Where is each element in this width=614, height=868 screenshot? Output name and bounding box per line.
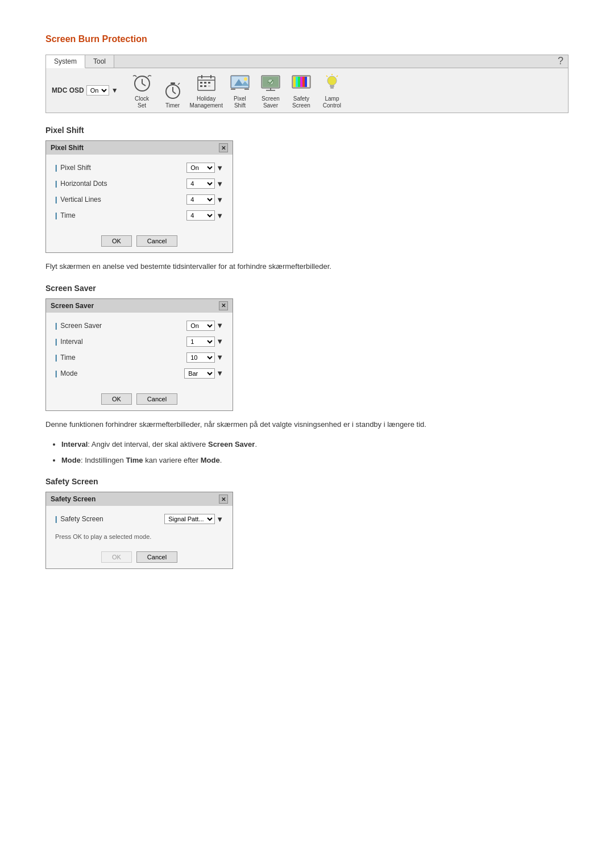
- svg-rect-32: [293, 77, 296, 87]
- pixel-shift-icon: [229, 72, 251, 94]
- pixel-shift-select-0[interactable]: OnOff: [186, 163, 215, 173]
- screen-saver-label-0: | Screen Saver: [55, 322, 102, 330]
- svg-line-5: [173, 92, 176, 94]
- svg-rect-14: [208, 82, 210, 84]
- help-icon[interactable]: ?: [558, 55, 568, 68]
- pixel-shift-control-3: 4123 ▼: [186, 210, 223, 221]
- pixel-shift-control-0: OnOff ▼: [186, 163, 223, 173]
- toolbar-item-safety-screen[interactable]: SafetyScreen: [288, 72, 315, 109]
- pixel-shift-select-3[interactable]: 4123: [186, 210, 215, 221]
- bullet-interval: Interval: Angiv det interval, der skal a…: [61, 439, 569, 450]
- screen-saver-cancel-button[interactable]: Cancel: [136, 393, 177, 405]
- screen-saver-label-3: | Mode: [55, 369, 77, 377]
- safety-screen-note: Press OK to play a selected mode.: [55, 530, 223, 542]
- screen-saver-bold: Screen Saver: [208, 440, 255, 448]
- screen-saver-close-button[interactable]: ✕: [219, 301, 228, 310]
- screen-saver-footer: OK Cancel: [46, 390, 233, 410]
- pixel-shift-row-1: | Horizontal Dots 4123 ▼: [55, 178, 223, 189]
- toolbar-item-holiday[interactable]: HolidayManagement: [190, 72, 223, 109]
- pixel-shift-ok-button[interactable]: OK: [101, 235, 132, 247]
- safety-screen-title: Safety Screen: [51, 495, 96, 503]
- svg-point-22: [244, 77, 247, 81]
- pixel-shift-footer: OK Cancel: [46, 232, 233, 252]
- svg-rect-34: [298, 77, 300, 87]
- pixel-shift-row-3: | Time 4123 ▼: [55, 210, 223, 221]
- toolbar-item-screen-saver[interactable]: ScreenSaver: [257, 72, 284, 109]
- mdc-osd-select[interactable]: On Off: [86, 85, 109, 95]
- safety-screen-label-0: | Safety Screen: [55, 515, 103, 523]
- screen-saver-description: Denne funktionen forhindrer skærmefterbi…: [45, 419, 569, 430]
- screen-saver-select-0[interactable]: OnOff: [186, 321, 215, 331]
- svg-rect-12: [200, 82, 202, 84]
- timer-icon: [161, 78, 184, 101]
- pixel-shift-label-0: | Pixel Shift: [55, 164, 91, 172]
- pixel-shift-control-1: 4123 ▼: [186, 178, 223, 189]
- svg-rect-6: [171, 82, 175, 84]
- screen-saver-heading: Screen Saver: [45, 284, 569, 293]
- timer-label: Timer: [165, 102, 180, 109]
- svg-rect-36: [302, 77, 305, 87]
- pixel-shift-select-1[interactable]: 4123: [186, 178, 215, 189]
- screen-saver-select-2[interactable]: 10515: [186, 352, 215, 363]
- lamp-control-label: LampControl: [323, 95, 341, 109]
- toolbar-item-pixel-shift[interactable]: PixelShift: [226, 72, 254, 109]
- svg-line-44: [326, 76, 327, 77]
- safety-screen-titlebar: Safety Screen ✕: [46, 492, 233, 506]
- safety-screen-close-button[interactable]: ✕: [219, 495, 228, 504]
- pixel-shift-label: PixelShift: [234, 95, 246, 109]
- pixel-shift-row-2: | Vertical Lines 4123 ▼: [55, 194, 223, 205]
- bullet-interval-term: Interval: [61, 440, 88, 448]
- screen-saver-select-3[interactable]: BarScrollPixel: [184, 368, 215, 379]
- screen-saver-ok-button[interactable]: OK: [101, 393, 132, 405]
- svg-line-2: [142, 84, 146, 86]
- svg-rect-17: [208, 85, 210, 87]
- pixel-shift-row-0: | Pixel Shift OnOff ▼: [55, 163, 223, 173]
- svg-rect-37: [305, 77, 307, 87]
- pixel-shift-label-3: | Time: [55, 211, 76, 219]
- screen-saver-row-3: | Mode BarScrollPixel ▼: [55, 368, 223, 379]
- svg-line-7: [178, 83, 180, 85]
- toolbar-item-lamp-control[interactable]: LampControl: [318, 72, 346, 109]
- svg-rect-15: [200, 85, 202, 87]
- screen-saver-control-0: OnOff ▼: [186, 321, 223, 331]
- svg-rect-41: [330, 87, 334, 89]
- mdc-osd-control: MDC OSD On Off ▼: [52, 85, 118, 95]
- screen-saver-label: ScreenSaver: [262, 95, 280, 109]
- pixel-shift-description: Flyt skærmen en anelse ved bestemte tids…: [45, 261, 569, 272]
- pixel-shift-select-2[interactable]: 4123: [186, 194, 215, 205]
- safety-screen-ok-button[interactable]: OK: [101, 551, 132, 563]
- pixel-shift-dialog: Pixel Shift ✕ | Pixel Shift OnOff ▼ | Ho…: [45, 140, 233, 253]
- pixel-shift-heading: Pixel Shift: [45, 126, 569, 135]
- screen-saver-select-1[interactable]: 123: [186, 337, 215, 347]
- safety-screen-cancel-button[interactable]: Cancel: [136, 551, 177, 563]
- clock-icon: [131, 72, 154, 94]
- pixel-shift-close-button[interactable]: ✕: [219, 143, 228, 152]
- toolbar-body: MDC OSD On Off ▼ ClockSet: [46, 68, 568, 113]
- tab-system[interactable]: System: [46, 55, 85, 68]
- pixel-shift-cancel-button[interactable]: Cancel: [136, 235, 177, 247]
- pixel-shift-label-1: | Horizontal Dots: [55, 180, 107, 188]
- screen-saver-titlebar: Screen Saver ✕: [46, 299, 233, 313]
- screen-saver-bullets: Interval: Angiv det interval, der skal a…: [61, 439, 569, 466]
- mdc-osd-label: MDC OSD: [52, 86, 84, 94]
- toolbar-item-timer[interactable]: Timer: [159, 78, 186, 109]
- safety-screen-heading: Safety Screen: [45, 477, 569, 486]
- toolbar: System Tool ? MDC OSD On Off ▼: [45, 55, 569, 113]
- tab-tool[interactable]: Tool: [85, 55, 114, 68]
- svg-point-39: [327, 76, 337, 85]
- time-bold: Time: [126, 456, 143, 464]
- svg-rect-13: [204, 82, 206, 84]
- toolbar-item-clock-set[interactable]: ClockSet: [128, 72, 156, 109]
- svg-line-43: [337, 76, 338, 77]
- pixel-shift-titlebar: Pixel Shift ✕: [46, 141, 233, 155]
- svg-rect-16: [204, 85, 206, 87]
- safety-screen-label: SafetyScreen: [292, 95, 310, 109]
- safety-screen-dialog: Safety Screen ✕ | Safety Screen Signal P…: [45, 492, 233, 569]
- screen-saver-label-2: | Time: [55, 354, 76, 362]
- toolbar-items: ClockSet Timer: [128, 72, 346, 109]
- bullet-mode: Mode: Indstillingen Time kan variere eft…: [61, 455, 569, 466]
- screen-saver-row-0: | Screen Saver OnOff ▼: [55, 321, 223, 331]
- safety-screen-select-0[interactable]: Signal Patt... All White Scroll: [164, 514, 215, 524]
- screen-saver-row-1: | Interval 123 ▼: [55, 337, 223, 347]
- screen-saver-control-2: 10515 ▼: [186, 352, 223, 363]
